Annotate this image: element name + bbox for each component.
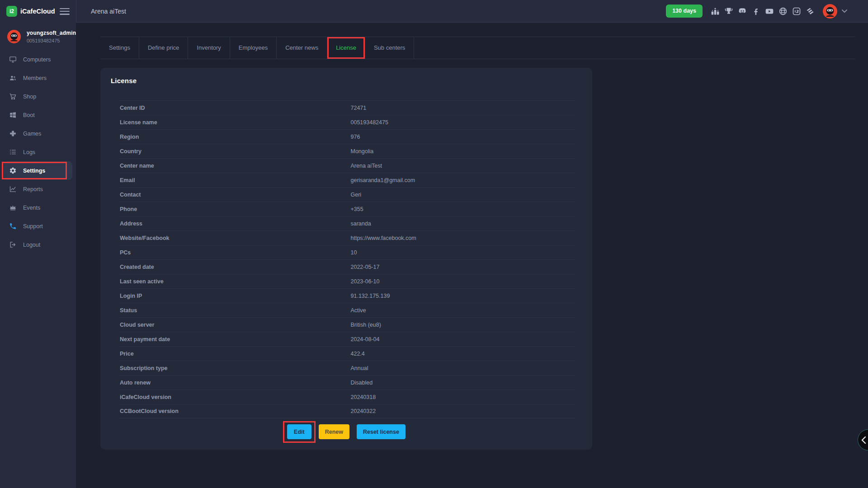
user-avatar (7, 30, 21, 43)
icafecloud-icon[interactable] (792, 7, 801, 16)
tab-define-price[interactable]: Define price (139, 37, 188, 59)
sidebar-item-label: Boot (23, 112, 35, 118)
table-row: iCafeCloud version20240318 (118, 389, 576, 404)
row-label: Last seen active (118, 278, 347, 285)
row-label: Region (118, 134, 347, 140)
row-value: https://www.facebook.com (347, 235, 576, 241)
table-row: Last seen active2023-06-10 (118, 274, 576, 288)
row-value: 2024-08-04 (347, 336, 576, 343)
tab-sub-centers[interactable]: Sub centers (365, 37, 414, 59)
sidebar-nav: Computers Members Shop Boot Games (0, 50, 76, 254)
tab-label: Employees (239, 44, 268, 51)
row-value: 976 (347, 134, 576, 140)
row-value: +355 (347, 206, 576, 212)
tab-label: Define price (148, 44, 179, 51)
sidebar-item-computers[interactable]: Computers (0, 50, 76, 69)
edit-button-label: Edit (294, 429, 305, 435)
table-row: CCBootCloud version20240322 (118, 404, 576, 418)
sidebar-item-logs[interactable]: Logs (0, 143, 76, 161)
row-label: Status (118, 307, 347, 314)
facebook-icon[interactable] (751, 7, 760, 16)
ccboot-icon[interactable] (806, 7, 815, 16)
table-row: Subscription typeAnnual (118, 361, 576, 375)
monitor-icon (9, 56, 17, 63)
row-value: Mongolia (347, 148, 576, 155)
row-label: Country (118, 148, 347, 155)
user-name: youngzsoft_admin (27, 30, 76, 36)
sidebar-item-support[interactable]: Support (0, 217, 76, 235)
sidebar-item-label: Events (23, 205, 40, 211)
chart-icon (9, 185, 17, 193)
license-table: Center ID72471 License name005193482475 … (118, 100, 576, 418)
sidebar-item-members[interactable]: Members (0, 69, 76, 87)
sidebar-item-label: Shop (23, 94, 36, 100)
reset-license-button[interactable]: Reset license (357, 424, 406, 439)
table-row: StatusActive (118, 303, 576, 317)
table-row: Cloud serverBritish (eu8) (118, 317, 576, 332)
table-row: Website/Facebookhttps://www.facebook.com (118, 230, 576, 245)
user-id: 005193482475 (27, 38, 76, 43)
row-value: 10 (347, 249, 576, 256)
tab-label: License (336, 44, 356, 51)
hamburger-menu-icon[interactable] (60, 8, 70, 15)
table-row: Emailgerisaranda1@gmail.com (118, 173, 576, 187)
ranking-icon[interactable] (711, 7, 720, 16)
phone-icon (9, 222, 17, 230)
chat-widget-toggle[interactable] (858, 429, 868, 450)
list-icon (9, 148, 17, 156)
row-value: 20240322 (347, 408, 576, 414)
license-actions: Edit Renew Reset license (100, 424, 592, 439)
tab-employees[interactable]: Employees (230, 37, 277, 59)
discord-icon[interactable] (738, 7, 747, 16)
tab-inventory[interactable]: Inventory (188, 37, 230, 59)
sidebar-item-boot[interactable]: Boot (0, 106, 76, 124)
license-days-badge[interactable]: 130 days (666, 5, 703, 18)
gamepad-icon (9, 130, 17, 137)
row-label: Created date (118, 264, 347, 270)
sidebar-item-label: Members (23, 75, 47, 81)
logout-icon (9, 241, 17, 249)
row-value: 005193482475 (347, 119, 576, 126)
tab-center-news[interactable]: Center news (277, 37, 327, 59)
row-value: 2023-06-10 (347, 278, 576, 285)
row-value: 422.4 (347, 351, 576, 357)
windows-icon (9, 111, 17, 119)
chevron-down-icon[interactable] (842, 9, 847, 13)
sidebar-item-shop[interactable]: Shop (0, 87, 76, 106)
row-value: Geri (347, 192, 576, 198)
user-avatar[interactable] (823, 4, 837, 19)
row-value: Arena aiTest (347, 163, 576, 169)
sidebar: i2 iCafeCloud youngzsoft_admin 005193482… (0, 0, 76, 488)
tab-license[interactable]: License (327, 37, 365, 59)
row-value: saranda (347, 221, 576, 227)
sidebar-item-settings[interactable]: Settings (4, 161, 72, 180)
renew-button[interactable]: Renew (319, 424, 349, 439)
sidebar-item-games[interactable]: Games (0, 124, 76, 143)
sidebar-item-label: Logout (23, 242, 40, 248)
gear-icon (9, 167, 17, 174)
tab-label: Center news (285, 44, 318, 51)
tab-settings[interactable]: Settings (100, 37, 139, 59)
trophy-icon[interactable] (724, 7, 733, 16)
youtube-icon[interactable] (765, 7, 774, 16)
sidebar-item-events[interactable]: Events (0, 198, 76, 217)
row-label: Contact (118, 192, 347, 198)
table-row: Auto renewDisabled (118, 375, 576, 389)
page-title: Arena aiTest (91, 8, 126, 15)
globe-icon[interactable] (778, 7, 788, 16)
sidebar-item-label: Reports (23, 186, 43, 192)
brand-name: iCafeCloud (20, 8, 55, 15)
row-value: 20240318 (347, 394, 576, 400)
sidebar-item-label: Games (23, 131, 41, 137)
sidebar-item-logout[interactable]: Logout (0, 235, 76, 254)
user-panel[interactable]: youngzsoft_admin 005193482475 (0, 23, 76, 50)
card-title: License (111, 77, 592, 84)
row-label: Auto renew (118, 380, 347, 386)
edit-button[interactable]: Edit (287, 424, 311, 439)
sidebar-item-reports[interactable]: Reports (0, 180, 76, 198)
tab-label: Sub centers (374, 44, 405, 51)
members-icon (9, 74, 17, 82)
row-value: Annual (347, 365, 576, 371)
row-label: Center name (118, 163, 347, 169)
crown-icon (9, 204, 17, 211)
